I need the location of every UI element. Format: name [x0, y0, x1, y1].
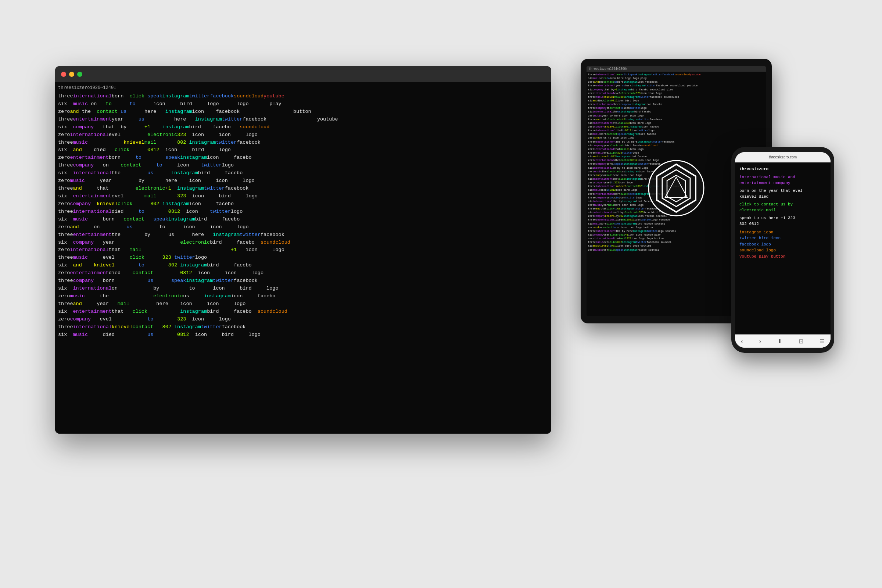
text-grid: threeinternational born click speakinsta… — [58, 93, 548, 339]
phone-social-facebook: facebook logo — [740, 242, 826, 248]
phone-toolbar: ‹ › ⬆ ⊡ ☰ — [735, 334, 831, 348]
hexagon-logo — [647, 159, 706, 218]
phone-phone-line1: speak to us here +1 323 — [740, 215, 826, 221]
text-row: six and died click 0812 icon bird logo — [58, 146, 548, 154]
text-row: six entertainmentevel mail 323 icon bird… — [58, 193, 548, 200]
phone-url-bar: threesixzero.com — [735, 152, 831, 162]
text-row: threeinternational died to 0812 icon twi… — [58, 208, 548, 216]
text-row: threeand year mail here icon icon logo — [58, 300, 548, 308]
phone-cta-line2: electronic mail — [740, 207, 826, 213]
url-bar: threesixzero1920↔1240↕ — [58, 84, 548, 91]
text-row: zero company knievelclick 802 instagrami… — [58, 200, 548, 208]
phone-story-line2: knievel died — [740, 194, 826, 200]
text-row: threecompany on contact to icon twitterl… — [58, 162, 548, 170]
phone-story-line1: born on the year that evel — [740, 188, 826, 194]
browser-forward-button[interactable]: › — [759, 338, 761, 345]
url-text: threesixzero1920↔1240↕ — [58, 84, 116, 91]
text-row: zero entertainmentborn to speakinstagram… — [58, 154, 548, 162]
text-row: six music born contact speakinstagrambir… — [58, 216, 548, 224]
text-row: threeand that electronic+1 instagramtwit… — [58, 185, 548, 193]
phone-url-text: threesixzero.com — [769, 155, 797, 159]
phone-social-soundcloud: soundcloud logo — [740, 248, 826, 254]
browser-menu-button[interactable]: ☰ — [819, 338, 825, 345]
close-button[interactable] — [61, 72, 66, 77]
scene: threesixzero1920↔1240↕ threeinternationa… — [37, 37, 845, 551]
browser-back-button[interactable]: ‹ — [741, 338, 743, 345]
text-row: threemusic evel click 323 twitterlogo — [58, 254, 548, 262]
text-row: six company year electronicbird facebo s… — [58, 239, 548, 247]
text-row: threeentertainmentthe by us here instagr… — [58, 231, 548, 239]
phone-social-instagram: instagram icon — [740, 230, 826, 236]
phone-content-area: threesixzero international music and ent… — [735, 162, 831, 334]
minimize-button[interactable] — [69, 72, 74, 77]
text-row: six company that by +1 instagrambird fac… — [58, 123, 548, 131]
text-row: zero and on us to icon icon logo — [58, 224, 548, 231]
phone-site-title: threesixzero — [740, 166, 826, 173]
phone-social-youtube: youtube play button — [740, 254, 826, 260]
phone-cta-line1: click to contact us by — [740, 201, 826, 208]
text-row: zero and the contact us here instagramic… — [58, 108, 548, 116]
text-row: zero internationalevel electronic323 ico… — [58, 131, 548, 139]
header-row: threeinternational born click speakinsta… — [58, 93, 548, 100]
text-row: zero music year by here icon icon logo — [58, 177, 548, 185]
text-row: six and knievel to 802 instagrambird fac… — [58, 262, 548, 269]
text-row: zero international that mail +1 icon log… — [58, 246, 548, 254]
desktop-browser: threesixzero1920↔1240↕ threeinternationa… — [55, 66, 551, 434]
phone-phone-line2: 802 0812 — [740, 221, 826, 227]
phone-social-twitter: twitter bird icon — [740, 235, 826, 242]
browser-tabs-button[interactable]: ⊡ — [799, 338, 803, 345]
text-row: threeentertainmentyear us here instagram… — [58, 116, 548, 123]
browser-content: threesixzero1920↔1240↕ threeinternationa… — [55, 82, 551, 434]
text-row: six international the us instagrambird f… — [58, 170, 548, 177]
browser-share-button[interactable]: ⬆ — [777, 338, 782, 345]
text-row: zero music the electronicus instagramico… — [58, 292, 548, 300]
text-row: threecompany born us speakinstagramtwitt… — [58, 277, 548, 285]
maximize-button[interactable] — [77, 72, 82, 77]
text-row: zero entertainmentdied contact 0812 icon… — [58, 269, 548, 277]
phone-device: threesixzero.com threesixzero internatio… — [731, 147, 834, 353]
text-row: zero company evel to 323 icon logo — [58, 316, 548, 323]
text-row: six international on by to icon bird log… — [58, 285, 548, 292]
phone-desc-line2: entertainment company — [740, 180, 826, 186]
phone-desc-line1: international music and — [740, 174, 826, 180]
browser-titlebar — [55, 66, 551, 82]
text-row: threemusic knievelmail 802 instagramtwit… — [58, 139, 548, 147]
tablet-url-bar: threesixzero1024×1366↕ — [586, 66, 766, 72]
phone-screen: threesixzero.com threesixzero internatio… — [735, 152, 831, 348]
text-row: six entertainmentthat click instagrambir… — [58, 308, 548, 316]
text-row: six music died us 0812 icon bird logo — [58, 331, 548, 339]
text-row: six music on to to icon bird logo logo p… — [58, 100, 548, 108]
text-row: threeinternational knievelcontact 802 in… — [58, 323, 548, 331]
